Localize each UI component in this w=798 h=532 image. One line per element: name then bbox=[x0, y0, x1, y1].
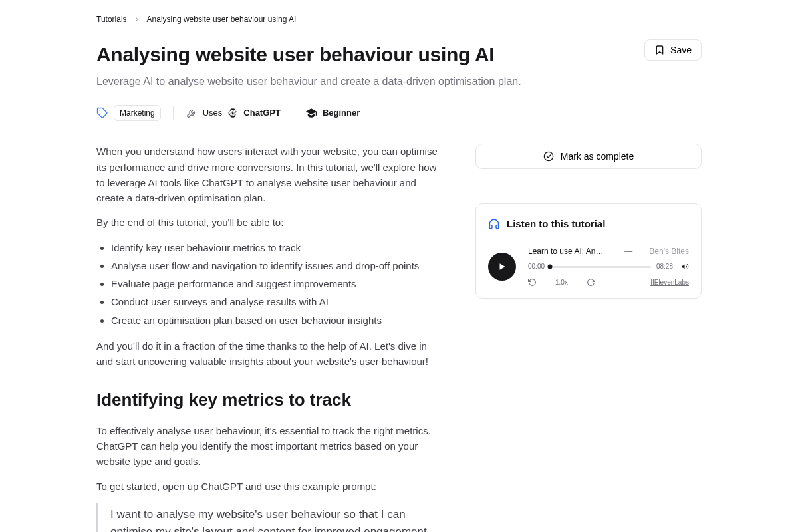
objectives-list: Identify key user behaviour metrics to t… bbox=[111, 240, 438, 328]
bookmark-icon bbox=[654, 45, 665, 55]
tag-icon bbox=[96, 107, 108, 119]
page-title: Analysing website user behaviour using A… bbox=[96, 39, 521, 70]
uses-label: Uses bbox=[203, 106, 223, 120]
play-button[interactable] bbox=[488, 253, 516, 281]
page-subtitle: Leverage AI to analyse website user beha… bbox=[96, 74, 521, 90]
list-item: Evaluate page performance and suggest im… bbox=[111, 276, 438, 291]
breadcrumb-current: Analysing website user behaviour using A… bbox=[147, 13, 297, 26]
save-button[interactable]: Save bbox=[644, 39, 702, 61]
progress-bar[interactable] bbox=[550, 266, 651, 268]
wrench-icon bbox=[186, 107, 198, 119]
uses-tool: ChatGPT bbox=[243, 106, 281, 120]
breadcrumb: Tutorials Analysing website user behavio… bbox=[96, 13, 702, 26]
listen-title: Listen to this tutorial bbox=[507, 216, 605, 231]
playback-speed[interactable]: 1.0x bbox=[555, 277, 568, 288]
section-paragraph: To effectively analyse user behaviour, i… bbox=[96, 423, 438, 469]
mark-complete-button[interactable]: Mark as complete bbox=[475, 144, 702, 169]
track-author: Ben's Bites bbox=[649, 245, 689, 258]
check-circle-icon bbox=[543, 151, 554, 162]
intro-paragraph: When you understand how users interact w… bbox=[96, 144, 438, 205]
section-paragraph: To get started, open up ChatGPT and use … bbox=[96, 479, 438, 494]
list-item: Identify key user behaviour metrics to t… bbox=[111, 240, 438, 255]
svg-marker-3 bbox=[500, 263, 505, 269]
lead-paragraph: By the end of this tutorial, you'll be a… bbox=[96, 215, 438, 230]
chevron-right-icon bbox=[134, 16, 140, 23]
track-title: Learn to use AI: Analys… bbox=[528, 245, 608, 258]
volume-icon[interactable] bbox=[681, 263, 689, 271]
save-button-label: Save bbox=[670, 45, 692, 55]
meta-uses: Uses ChatGPT bbox=[186, 106, 281, 120]
graduation-cap-icon bbox=[305, 107, 317, 119]
meta-level: Beginner bbox=[305, 106, 360, 120]
current-time: 00:00 bbox=[528, 261, 545, 272]
divider bbox=[173, 106, 174, 120]
mark-complete-label: Mark as complete bbox=[561, 151, 634, 162]
divider bbox=[293, 106, 293, 120]
dash-icon: — bbox=[624, 245, 632, 258]
openai-icon bbox=[227, 108, 238, 118]
list-item: Create an optimisation plan based on use… bbox=[111, 313, 438, 328]
list-item: Conduct user surveys and analyse results… bbox=[111, 294, 438, 309]
svg-point-2 bbox=[544, 152, 553, 161]
outro-paragraph: And you'll do it in a fraction of the ti… bbox=[96, 338, 438, 370]
headphones-icon bbox=[488, 218, 500, 230]
level-label: Beginner bbox=[323, 106, 360, 120]
provider-link[interactable]: IIElevenLabs bbox=[650, 277, 689, 288]
duration: 08:28 bbox=[656, 261, 673, 272]
svg-marker-4 bbox=[682, 265, 685, 269]
audio-player: Learn to use AI: Analys… — Ben's Bites 0… bbox=[488, 245, 689, 288]
rewind-icon[interactable] bbox=[528, 278, 537, 287]
right-rail: Mark as complete Listen to this tutorial bbox=[475, 144, 702, 299]
meta-row: Marketing Uses ChatGPT Beginner bbox=[96, 105, 702, 122]
section-heading: Identifying key metrics to track bbox=[96, 386, 438, 413]
breadcrumb-root[interactable]: Tutorials bbox=[96, 13, 127, 26]
article-body: When you understand how users interact w… bbox=[96, 144, 438, 532]
list-item: Analyse user flow and navigation to iden… bbox=[111, 258, 438, 273]
meta-category: Marketing bbox=[96, 105, 161, 122]
forward-icon[interactable] bbox=[587, 278, 595, 287]
example-prompt: I want to analyse my website's user beha… bbox=[96, 503, 438, 532]
listen-card: Listen to this tutorial Learn to use AI:… bbox=[475, 203, 702, 299]
category-badge[interactable]: Marketing bbox=[114, 105, 161, 122]
progress-handle[interactable] bbox=[548, 265, 553, 269]
